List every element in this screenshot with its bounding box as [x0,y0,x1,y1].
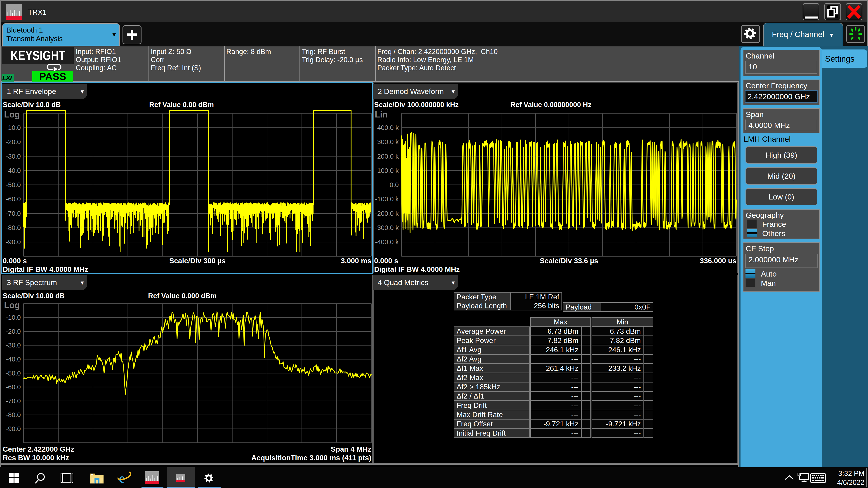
svg-text:-60.0: -60.0 [6,383,21,391]
svg-text:-10.0: -10.0 [6,314,21,321]
svg-text:-80.0: -80.0 [6,411,21,418]
svg-text:-40.0: -40.0 [6,356,21,363]
svg-text:-70.0: -70.0 [6,397,21,404]
svg-text:-90.0: -90.0 [6,425,21,432]
svg-text:-30.0: -30.0 [6,341,21,349]
svg-text:-20.0: -20.0 [6,328,21,335]
svg-text:-50.0: -50.0 [6,369,21,377]
